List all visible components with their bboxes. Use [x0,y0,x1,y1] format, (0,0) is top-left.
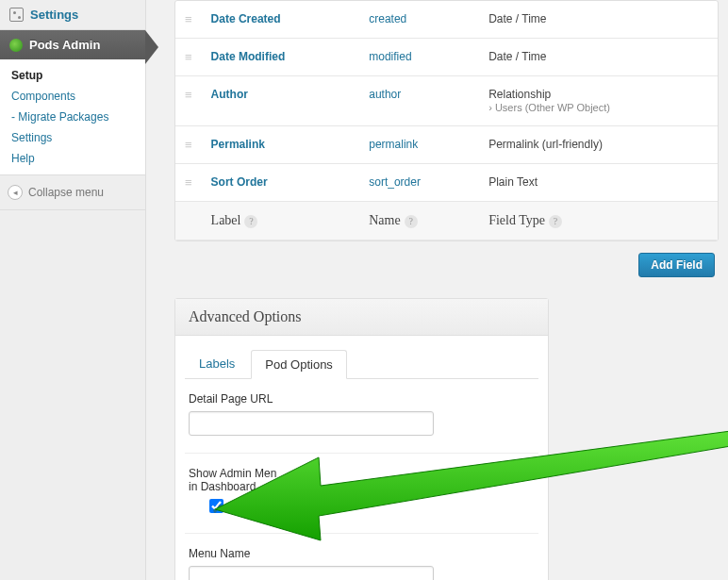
sidebar-item-migrate[interactable]: - Migrate Packages [0,107,145,127]
help-icon[interactable]: ? [244,215,257,228]
main-content: ≡ Date Created created Date / Time ≡ Dat… [146,0,728,580]
sidebar-pods-admin[interactable]: Pods Admin [0,30,145,59]
table-row: ≡ Date Modified modified Date / Time [175,39,718,76]
show-admin-menu-checkbox[interactable]: ✓ [209,502,223,516]
drag-handle-icon[interactable]: ≡ [175,76,202,126]
col-name: Name? [359,202,479,240]
table-row: ≡ Permalink permalink Permalink (url-fri… [175,126,718,164]
field-label-link[interactable]: Date Modified [211,50,286,63]
settings-icon [9,8,24,22]
admin-sidebar: Settings Pods Admin Setup Components - M… [0,0,146,580]
field-menu-name: Menu Name [185,534,538,580]
tab-labels[interactable]: Labels [185,349,249,378]
col-type: Field Type? [479,202,718,240]
help-icon[interactable]: ? [405,215,418,228]
field-label-link[interactable]: Author [211,88,248,101]
sidebar-item-settings[interactable]: Settings [0,127,145,148]
advanced-options-panel: Advanced Options Labels Pod Options Deta… [174,298,549,580]
menu-name-label: Menu Name [189,547,535,560]
advanced-options-title: Advanced Options [175,299,548,336]
detail-page-url-input[interactable] [189,411,434,436]
menu-name-input[interactable] [189,566,434,580]
fields-table-card: ≡ Date Created created Date / Time ≡ Dat… [174,0,719,241]
field-name-link[interactable]: created [369,12,406,25]
sidebar-item-help[interactable]: Help [0,148,145,169]
add-field-button[interactable]: Add Field [638,253,715,277]
collapse-icon: ◂ [8,185,23,200]
field-detail-page-url: Detail Page URL [185,379,538,454]
table-row: ≡ Author author Relationship › Users (Ot… [175,76,718,126]
field-type: Permalink (url-friendly) [479,126,718,164]
field-label-link[interactable]: Sort Order [211,175,268,189]
sidebar-item-setup[interactable]: Setup [0,65,145,86]
help-icon[interactable]: ? [549,215,562,228]
drag-handle-icon[interactable]: ≡ [175,164,202,202]
settings-label: Settings [30,8,78,22]
field-name-link[interactable]: sort_order [369,175,421,189]
col-label: Label? [202,202,360,240]
field-show-admin-menu: Show Admin Men in Dashboard ✓ [185,454,538,534]
sidebar-item-components[interactable]: Components [0,86,145,107]
tab-pod-options[interactable]: Pod Options [251,350,347,379]
advanced-tabs: Labels Pod Options [175,336,548,378]
field-type: Date / Time [479,1,718,39]
detail-page-url-label: Detail Page URL [189,392,535,406]
field-name-link[interactable]: permalink [369,138,418,151]
drag-handle-icon[interactable]: ≡ [175,1,202,39]
field-name-link[interactable]: modified [369,50,411,63]
sidebar-settings-link[interactable]: Settings [0,0,145,30]
pods-admin-label: Pods Admin [29,38,100,52]
field-label-link[interactable]: Permalink [211,138,265,151]
field-name-link[interactable]: author [369,88,401,101]
table-footer: Label? Name? Field Type? [175,202,718,240]
field-label-link[interactable]: Date Created [211,12,281,25]
fields-table: ≡ Date Created created Date / Time ≡ Dat… [175,1,718,240]
show-admin-menu-label: Show Admin Men in Dashboard [189,467,535,493]
field-type: Plain Text [479,164,718,202]
collapse-menu-button[interactable]: ◂ Collapse menu [0,174,145,210]
table-row: ≡ Date Created created Date / Time [175,1,718,39]
sidebar-submenu: Setup Components - Migrate Packages Sett… [0,59,145,174]
collapse-label: Collapse menu [28,186,104,199]
drag-handle-icon[interactable]: ≡ [175,126,202,164]
table-row: ≡ Sort Order sort_order Plain Text [175,164,718,202]
pods-icon [9,39,23,52]
field-type: Date / Time [479,39,718,76]
field-type: Relationship › Users (Other WP Object) [479,76,718,126]
drag-handle-icon[interactable]: ≡ [175,39,202,76]
